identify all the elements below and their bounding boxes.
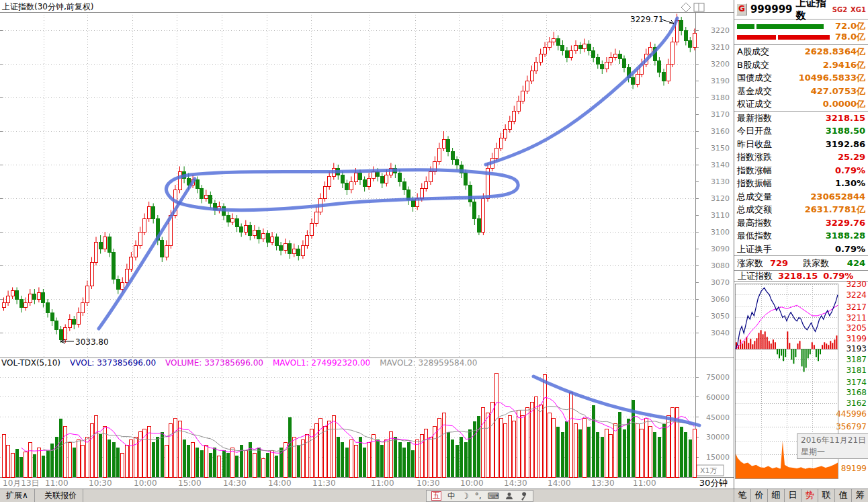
mini-price-label: 3187 <box>846 355 867 364</box>
sidebar-tab-联[interactable]: 联 <box>818 489 834 502</box>
svg-text:3229.71: 3229.71 <box>630 15 664 24</box>
candlestick-series <box>2 14 696 343</box>
indicator-legend: MAVOL2: 328959584.00 <box>380 358 477 367</box>
time-axis-label: 13:30 <box>591 478 615 488</box>
quote-row: 今日开盘3188.50 <box>734 124 868 138</box>
split-window-icon <box>694 3 704 11</box>
low-label: 3033.80 <box>60 337 109 347</box>
price-axis-label: 3090 <box>711 245 730 253</box>
time-axis-label: 10:00 <box>134 478 157 488</box>
mini-volume-label: 356797 <box>836 422 867 431</box>
sidebar-tab-价[interactable]: 价 <box>750 489 767 502</box>
time-axis-label: 10:30 <box>89 478 112 488</box>
volume-axis-label: 60000 <box>706 393 730 402</box>
quote-sidebar: G 999999 上证指数 SG2 XG1 72.0亿 78.0亿 A股成交26… <box>734 0 868 502</box>
up-count-value: 729 <box>770 258 788 268</box>
user-icon[interactable] <box>505 492 513 500</box>
high-label: 3229.71 <box>630 15 674 24</box>
quote-row: 权证成交0.0000亿 <box>734 97 868 111</box>
index-stats-block: 最新指数3218.15今日开盘3188.50昨日收盘3192.86指数涨跌25.… <box>734 112 868 257</box>
down-count-value: 424 <box>847 258 865 268</box>
wrench-icon[interactable] <box>519 492 528 501</box>
time-axis-label: 11:30 <box>312 478 336 488</box>
chart-corner-toolbar[interactable] <box>681 3 704 12</box>
price-axis-label: 3220 <box>711 26 730 35</box>
indicator-legend: VOL-TDX(5,10) <box>1 358 60 367</box>
turnover-block: A股成交2628.8364亿B股成交2.9416亿国债成交10496.5833亿… <box>734 45 868 112</box>
price-axis-label: 3140 <box>711 161 730 169</box>
volume-axis-label: 30000 <box>706 433 730 442</box>
sidebar-tab-值[interactable]: 值 <box>834 489 851 502</box>
expand-tab[interactable]: 扩展∧ <box>0 489 35 502</box>
strength-segment <box>737 24 754 29</box>
price-axis-label: 3200 <box>711 60 730 69</box>
indicator-legend: VVOL: 337385696.00 <box>70 358 156 367</box>
lang-zhong-icon[interactable]: 中 <box>447 491 455 501</box>
mini-price-label: 3199 <box>846 334 867 343</box>
volume-axis-label: 45000 <box>706 413 730 422</box>
sidebar-tab-细[interactable]: 细 <box>767 489 784 502</box>
price-axis-label: 3040 <box>711 329 730 337</box>
keyboard-icon[interactable]: ⌨ <box>488 491 499 501</box>
quote-row: 昨日收盘3192.86 <box>734 138 868 151</box>
quote-row: 国债成交10496.5833亿 <box>734 71 868 85</box>
date-tooltip: 2016年11月21日 星期一 <box>797 433 868 459</box>
indicator-legend: MAVOL1: 274992320.00 <box>273 358 370 367</box>
mini-index-pct: 0.79% <box>823 271 853 281</box>
mini-index-value: 3218.15 <box>778 271 818 281</box>
sidebar-tab-bar: 笔价细日势联值筹 <box>734 489 868 502</box>
time-axis-label: 11:00 <box>45 478 69 488</box>
strength-segment <box>756 24 824 29</box>
chart-title: 上证指数(30分钟,前复权) <box>2 1 93 13</box>
volume-bars <box>2 373 696 477</box>
diamond-icon <box>681 3 691 12</box>
main-chart[interactable]: 3040305030603070308030903100311031203130… <box>0 0 734 489</box>
quote-row: 最低指数3188.28 <box>734 229 868 243</box>
quote-row: 总成交额2631.7781亿 <box>734 203 868 216</box>
strength-segment <box>778 35 830 40</box>
tag-xg: XG1 <box>851 6 866 13</box>
quote-row: 指数振幅1.30% <box>734 177 868 190</box>
app-window: 上证指数(30分钟,前复权) 3040305030603070308030903… <box>0 0 868 502</box>
svg-text:3033.80: 3033.80 <box>75 337 109 347</box>
sidebar-tab-势[interactable]: 势 <box>801 489 818 502</box>
stock-name: 上证指数 <box>796 0 829 22</box>
sidebar-tab-日[interactable]: 日 <box>784 489 801 502</box>
indicator-legend: VOLUME: 337385696.00 <box>165 358 263 367</box>
time-axis-label: 10月13日 <box>3 478 40 488</box>
wubi-icon[interactable]: 五 <box>431 491 441 501</box>
sell-strength-bar <box>737 35 830 40</box>
quote-row: B股成交2.9416亿 <box>734 58 868 72</box>
volume-indicator-header: VOL-TDX(5,10)VVOL: 337385696.00VOLUME: 3… <box>1 358 477 367</box>
mini-price-label: 3230 <box>846 281 867 289</box>
linked-quote-tab[interactable]: 关联报价 <box>38 489 83 502</box>
quote-row: 最高指数3229.76 <box>734 216 868 230</box>
mini-price-label: 3168 <box>846 388 867 397</box>
time-axis-label: 14:30 <box>223 478 247 488</box>
mini-price-label: 3181 <box>846 366 867 375</box>
period-label: 30分钟 <box>699 478 728 488</box>
price-axis-label: 3150 <box>711 144 730 153</box>
strength-segment <box>737 35 776 40</box>
mini-volume-label: 445996 <box>836 409 867 419</box>
moon-icon[interactable]: ☽ <box>462 491 469 501</box>
mini-price-label: 3174 <box>846 378 867 387</box>
punctuation-icon[interactable]: °‚ <box>475 491 482 501</box>
mini-price-label: 3217 <box>846 302 867 312</box>
quote-row: A股成交2628.8364亿 <box>734 45 868 58</box>
mini-chart-header: 上证指数 3218.15 0.79% <box>734 271 868 282</box>
ime-toolbar[interactable]: 五中☽°‚⌨ <box>426 490 533 502</box>
volume-unit-label: X1万 <box>700 466 718 475</box>
status-bar: 扩展∧ 关联报价 五中☽°‚⌨ 笔价细日势联值筹 <box>0 489 868 502</box>
volume-axis-label: 75000 <box>706 373 730 382</box>
sidebar-tab-笔[interactable]: 笔 <box>734 489 750 502</box>
stock-code: 999999 <box>750 3 793 15</box>
time-axis-label: 14:30 <box>504 478 527 488</box>
down-count-label: 跌家数 <box>803 257 829 269</box>
sidebar-tab-筹[interactable]: 筹 <box>851 489 868 502</box>
quote-row: 指数涨幅0.79% <box>734 164 868 177</box>
quote-row: 指数涨跌25.29 <box>734 151 868 164</box>
mini-price-label: 3162 <box>846 399 867 408</box>
g-button[interactable]: G <box>736 3 747 15</box>
price-axis-label: 3070 <box>711 278 730 287</box>
